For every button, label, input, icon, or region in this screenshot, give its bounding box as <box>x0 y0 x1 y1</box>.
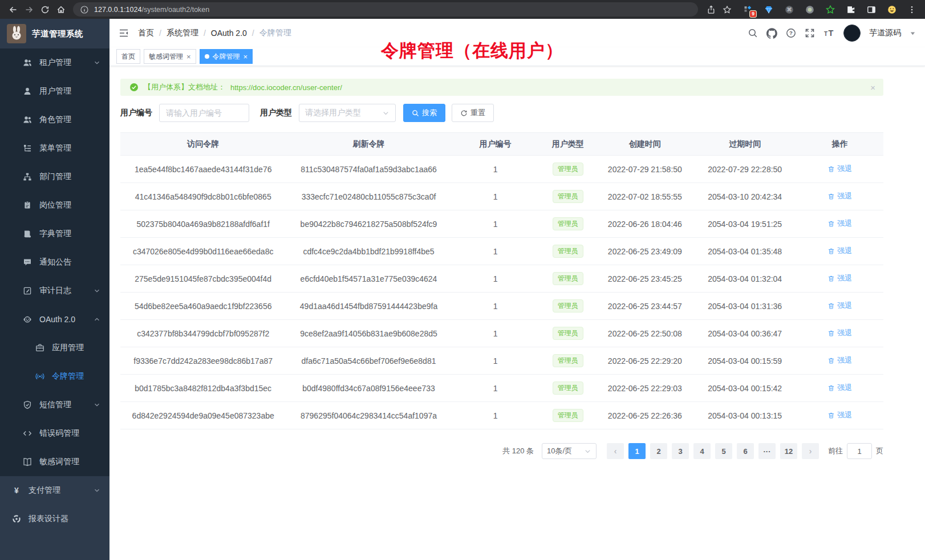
tab-oauth2-token[interactable]: 令牌管理× <box>200 49 253 64</box>
sidebar-item-oauth2-app[interactable]: 应用管理 <box>0 334 109 362</box>
sidebar-item-audit-log[interactable]: 审计日志 <box>0 277 109 305</box>
cell-create-time: 2022-06-25 23:44:57 <box>597 293 693 320</box>
fullscreen-icon[interactable] <box>805 28 815 38</box>
cell-refresh-token: be90422b8c7946218275a508bf524fc9 <box>286 210 451 238</box>
force-logout-button[interactable]: 强退 <box>827 410 852 420</box>
sidebar-item-post[interactable]: 岗位管理 <box>0 191 109 220</box>
page-button-12[interactable]: 12 <box>780 443 797 459</box>
table-row: 502375b8040a469a9b82188afdf6af1fbe90422b… <box>120 210 883 238</box>
browser-menu-icon[interactable] <box>904 2 919 17</box>
tab-label: 敏感词管理 <box>149 52 183 62</box>
help-icon[interactable]: ? <box>786 28 796 38</box>
font-size-icon[interactable]: TT <box>823 28 835 38</box>
tab-close-icon[interactable]: × <box>186 53 191 60</box>
user-id-input[interactable] <box>159 104 249 122</box>
force-logout-button[interactable]: 强退 <box>827 218 852 229</box>
force-logout-button[interactable]: 强退 <box>827 164 852 174</box>
sidebar-item-dict[interactable]: 字典管理 <box>0 220 109 248</box>
sidebar-item-tenant[interactable]: 租户管理 <box>0 48 109 77</box>
tab-home[interactable]: 首页 <box>116 49 140 64</box>
force-logout-button[interactable]: 强退 <box>827 273 852 283</box>
page-button-1[interactable]: 1 <box>628 443 646 459</box>
sidebar-item-sensitive-word[interactable]: 敏感词管理 <box>0 448 109 476</box>
force-logout-button[interactable]: 强退 <box>827 191 852 201</box>
page-size-select[interactable]: 10条/页 <box>542 443 597 459</box>
cell-user-type: 管理员 <box>539 210 597 238</box>
user-type-badge: 管理员 <box>553 272 583 285</box>
doc-link[interactable]: https://doc.iocoder.cn/user-center/ <box>230 83 342 92</box>
doc-alert: 【用户体系】文档地址： https://doc.iocoder.cn/user-… <box>120 79 883 96</box>
breadcrumb-item[interactable]: OAuth 2.0 <box>211 29 247 38</box>
sidebar-item-pay[interactable]: ¥支付管理 <box>0 476 109 505</box>
cell-access-token: 502375b8040a469a9b82188afdf6af1f <box>120 210 286 238</box>
site-info-icon[interactable] <box>80 5 89 14</box>
ext-command-circle-button[interactable]: ⌘ <box>782 3 796 17</box>
page-button-2[interactable]: 2 <box>650 443 667 459</box>
cell-expire-time: 2054-03-10 20:42:34 <box>693 183 797 210</box>
more-pages-button[interactable]: ··· <box>758 443 776 459</box>
sidebar-item-menu[interactable]: 菜单管理 <box>0 134 109 163</box>
reload-icon[interactable] <box>38 2 52 17</box>
forward-icon[interactable] <box>22 2 36 17</box>
goto-page-input[interactable] <box>847 443 872 459</box>
chevron-down-icon <box>94 487 100 494</box>
sidebar-item-error-code[interactable]: 错误码管理 <box>0 419 109 448</box>
user-type-badge: 管理员 <box>553 245 583 257</box>
ext-dot-circle-button[interactable] <box>803 3 817 17</box>
trash-icon <box>827 193 835 200</box>
ext-grid-diamond-button[interactable]: 9 <box>741 3 755 17</box>
github-icon[interactable] <box>766 28 777 39</box>
user-type-select[interactable]: 请选择用户类型 <box>299 104 396 122</box>
reset-button[interactable]: 重置 <box>452 104 494 122</box>
tab-close-icon[interactable]: × <box>244 53 248 60</box>
avatar[interactable] <box>843 25 861 42</box>
ext-puzzle-button[interactable] <box>844 3 858 17</box>
next-page-button[interactable]: › <box>802 443 819 459</box>
force-logout-button[interactable]: 强退 <box>827 355 852 366</box>
page-button-5[interactable]: 5 <box>715 443 732 459</box>
chevron-down-icon[interactable] <box>910 30 916 36</box>
sidebar-item-label: 支付管理 <box>29 485 60 496</box>
ext-emoji-button[interactable] <box>885 3 899 17</box>
sidebar-item-user[interactable]: 用户管理 <box>0 77 109 105</box>
ext-star-button[interactable] <box>823 3 837 17</box>
page-button-3[interactable]: 3 <box>672 443 689 459</box>
home-icon[interactable] <box>54 2 68 17</box>
sidebar-item-sms[interactable]: 短信管理 <box>0 391 109 419</box>
search-button[interactable]: 搜索 <box>403 104 445 122</box>
table-row: 6d842e2924594de9a09e45e087323abe8796295f… <box>120 402 883 429</box>
alert-close-icon[interactable]: × <box>870 83 875 92</box>
prev-page-button[interactable]: ‹ <box>607 443 624 459</box>
breadcrumb-item[interactable]: 系统管理 <box>167 28 198 38</box>
page-button-6[interactable]: 6 <box>737 443 754 459</box>
search-icon[interactable] <box>748 28 758 38</box>
sidebar-item-role[interactable]: 角色管理 <box>0 105 109 134</box>
svg-text:⌘: ⌘ <box>787 7 792 13</box>
force-logout-button[interactable]: 强退 <box>827 328 852 338</box>
back-icon[interactable] <box>6 2 21 17</box>
ext-gem-button[interactable] <box>762 3 776 17</box>
address-bar[interactable]: 127.0.0.1:1024/system/oauth2/token <box>73 2 698 17</box>
ext-sidepanel-button[interactable] <box>865 3 878 17</box>
force-logout-button[interactable]: 强退 <box>827 301 852 311</box>
force-logout-button[interactable]: 强退 <box>827 246 852 256</box>
cell-create-time: 2022-06-25 22:29:20 <box>597 347 693 375</box>
bookmark-star-icon[interactable] <box>720 2 735 17</box>
sidebar-item-oauth2-token[interactable]: 令牌管理 <box>0 362 109 391</box>
breadcrumb-item[interactable]: 首页 <box>138 28 154 38</box>
tab-sensitive-word[interactable]: 敏感词管理× <box>144 49 196 64</box>
sidebar-item-notice[interactable]: 通知公告 <box>0 248 109 277</box>
success-check-icon <box>129 83 139 92</box>
cell-user-id: 1 <box>452 375 539 402</box>
collapse-sidebar-icon[interactable] <box>119 28 129 38</box>
cell-user-id: 1 <box>452 320 539 347</box>
sidebar-item-report-designer[interactable]: 报表设计器 <box>0 505 109 533</box>
force-logout-button[interactable]: 强退 <box>827 383 852 393</box>
app-logo[interactable]: 芋道管理系统 <box>0 19 109 48</box>
sidebar-item-dept[interactable]: 部门管理 <box>0 163 109 191</box>
user-name[interactable]: 芋道源码 <box>869 28 901 38</box>
briefcase-icon <box>35 343 44 352</box>
sidebar-item-oauth2[interactable]: OAuth 2.0 <box>0 305 109 334</box>
page-button-4[interactable]: 4 <box>693 443 711 459</box>
share-icon[interactable] <box>704 2 719 17</box>
